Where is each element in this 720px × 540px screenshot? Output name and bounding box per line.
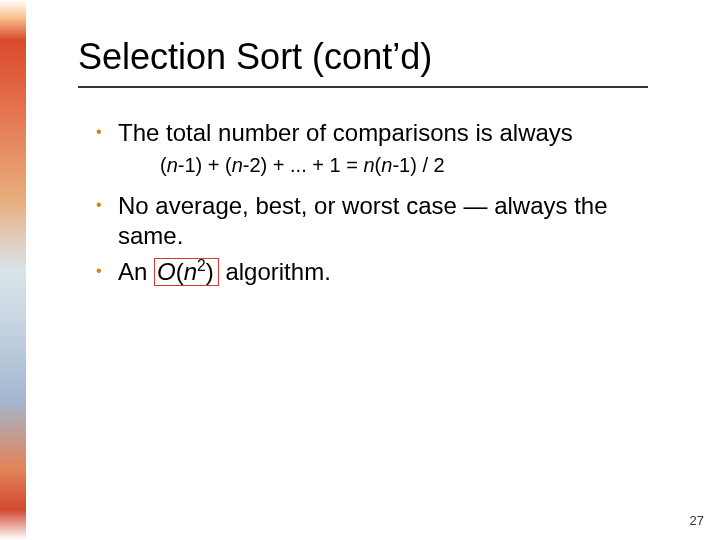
bullet-item: • No average, best, or worst case — alwa… — [96, 191, 656, 251]
formula-n: n — [232, 154, 243, 176]
bullet-text: The total number of comparisons is alway… — [118, 118, 573, 148]
title-underline — [78, 86, 648, 88]
slide: Selection Sort (cont’d) • The total numb… — [0, 0, 720, 540]
bullet-icon: • — [96, 118, 118, 146]
formula-line: (n-1) + (n-2) + ... + 1 = n(n-1) / 2 — [160, 154, 656, 177]
bullet-icon: • — [96, 191, 118, 219]
bullet-icon: • — [96, 257, 118, 285]
bullet-text: No average, best, or worst case — always… — [118, 191, 656, 251]
bullet-text: An O(n2) algorithm. — [118, 257, 331, 287]
big-o-exp: 2 — [197, 257, 206, 274]
big-o-O: O — [157, 258, 176, 285]
big-o-highlight: O(n2) — [154, 258, 219, 286]
formula-n: n — [381, 154, 392, 176]
formula-part: -1) + ( — [178, 154, 232, 176]
big-o-close: ) — [206, 258, 214, 285]
slide-title: Selection Sort (cont’d) — [78, 36, 432, 78]
formula-part: ( — [160, 154, 167, 176]
formula-n: n — [167, 154, 178, 176]
page-number: 27 — [690, 513, 704, 528]
big-o-open: ( — [176, 258, 184, 285]
big-o-n: n — [184, 258, 197, 285]
slide-body: • The total number of comparisons is alw… — [96, 118, 656, 293]
bullet-text-suffix: algorithm. — [219, 258, 331, 285]
formula-part: -2) + ... + 1 = — [243, 154, 364, 176]
bullet-item: • An O(n2) algorithm. — [96, 257, 656, 287]
formula-part: -1) / 2 — [392, 154, 444, 176]
formula-n: n — [363, 154, 374, 176]
bullet-text-prefix: An — [118, 258, 154, 285]
bullet-item: • The total number of comparisons is alw… — [96, 118, 656, 148]
